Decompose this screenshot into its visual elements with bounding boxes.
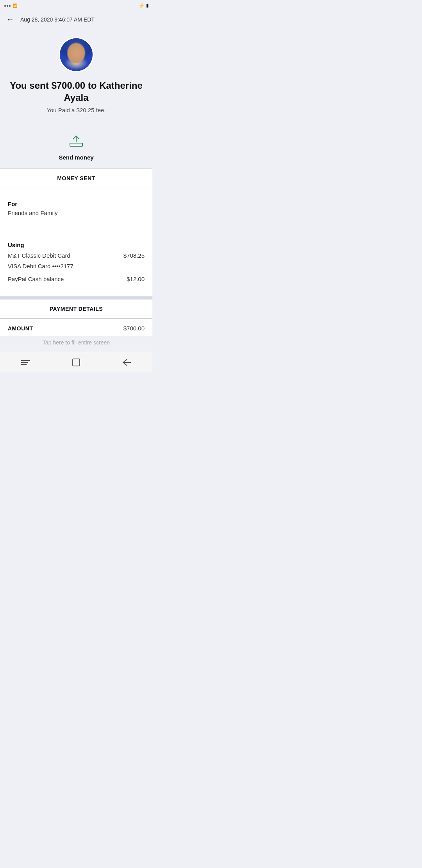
back-nav-button[interactable] <box>115 355 139 370</box>
menu-button[interactable] <box>14 355 37 370</box>
using-item-2: VISA Debit Card ••••2177 <box>8 260 145 271</box>
using-section: Using M&T Classic Debit Card $708.25 VIS… <box>0 229 152 296</box>
using-item-1-name: M&T Classic Debit Card <box>8 252 70 259</box>
send-money-icon <box>68 132 85 151</box>
avatar <box>59 37 94 72</box>
for-label: For <box>8 201 145 207</box>
using-item-1: M&T Classic Debit Card $708.25 <box>8 251 145 260</box>
for-value: Friends and Family <box>8 210 145 216</box>
using-item-3-amount: $12.00 <box>127 276 145 282</box>
battery-icon: ▮ <box>146 3 148 8</box>
svg-rect-5 <box>73 359 80 366</box>
nav-datetime: Aug 28, 2020 9:46:07 AM EDT <box>20 16 95 23</box>
back-button[interactable]: ← <box>6 15 14 24</box>
payment-details-header: PAYMENT DETAILS <box>0 299 152 318</box>
thick-divider-1 <box>0 296 152 299</box>
amount-value: $700.00 <box>123 325 145 332</box>
amount-row: AMOUNT $700.00 <box>8 319 145 336</box>
hero-subtitle: You Paid a $20.25 fee. <box>46 107 106 113</box>
using-item-2-name: VISA Debit Card ••••2177 <box>8 263 73 269</box>
for-row: For Friends and Family <box>8 195 145 222</box>
amount-label: AMOUNT <box>8 325 33 332</box>
status-bar: ●●● 📶 ⚡ ▮ <box>0 0 152 11</box>
status-left-icons: ●●● 📶 <box>4 4 17 8</box>
bottom-nav <box>0 352 152 372</box>
payment-amount-section: AMOUNT $700.00 <box>0 319 152 336</box>
payment-details-section: PAYMENT DETAILS AMOUNT $700.00 Tap here … <box>0 299 152 352</box>
square-icon <box>72 358 80 367</box>
using-row: Using M&T Classic Debit Card $708.25 VIS… <box>8 236 145 289</box>
money-sent-section: MONEY SENT For Friends and Family Using … <box>0 169 152 296</box>
send-money-label: Send money <box>59 154 93 161</box>
avatar-image <box>60 38 93 71</box>
status-right-icons: ⚡ ▮ <box>138 3 148 9</box>
fill-screen-hint[interactable]: Tap here to fill entire screen <box>0 336 152 352</box>
using-item-1-amount: $708.25 <box>123 252 145 259</box>
money-sent-header: MONEY SENT <box>0 169 152 188</box>
for-section: For Friends and Family <box>0 188 152 229</box>
send-money-section[interactable]: Send money <box>0 121 152 169</box>
svg-rect-0 <box>70 143 82 146</box>
using-label: Using <box>8 242 145 248</box>
menu-icon <box>20 359 30 366</box>
back-nav-icon <box>122 359 132 366</box>
hero-section: You sent $700.00 to Katherine Ayala You … <box>0 28 152 121</box>
square-button[interactable] <box>64 355 88 370</box>
using-item-3: PayPal Cash balance $12.00 <box>8 271 145 284</box>
using-item-3-name: PayPal Cash balance <box>8 276 64 282</box>
lightning-icon: ⚡ <box>138 3 145 9</box>
hero-title: You sent $700.00 to Katherine Ayala <box>8 79 145 104</box>
top-nav: ← Aug 28, 2020 9:46:07 AM EDT <box>0 11 152 28</box>
